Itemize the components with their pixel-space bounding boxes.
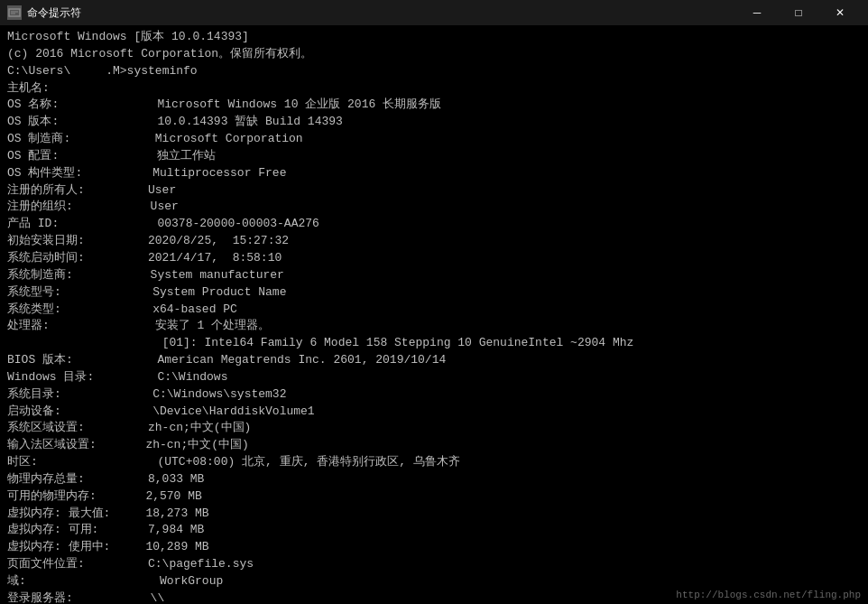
console-output: Microsoft Windows [版本 10.0.14393](c) 201… (0, 25, 868, 604)
console-line: OS 构件类型: Multiprocessor Free (7, 165, 861, 182)
window-title: 命令提示符 (27, 5, 736, 21)
window-icon (7, 5, 22, 20)
console-line: 域: WorkGroup (7, 573, 861, 590)
console-line: OS 配置: 独立工作站 (7, 148, 861, 165)
console-line: 处理器: 安装了 1 个处理器。 (7, 318, 861, 335)
console-line: 系统型号: System Product Name (7, 284, 861, 302)
console-line: OS 名称: Microsoft Windows 10 企业版 2016 长期服… (7, 97, 861, 114)
console-line: 系统类型: x64-based PC (7, 302, 861, 319)
console-line: OS 制造商: Microsoft Corporation (7, 131, 861, 148)
console-line: C:\Users\ .M>systeminfo (7, 63, 861, 80)
title-bar: 命令提示符 ─ □ ✕ (0, 0, 868, 25)
console-line: 产品 ID: 00378-20000-00003-AA276 (7, 216, 861, 233)
cmd-window: 命令提示符 ─ □ ✕ Microsoft Windows [版本 10.0.1… (0, 0, 868, 604)
console-line: Microsoft Windows [版本 10.0.14393] (7, 29, 861, 46)
console-line: 物理内存总量: 8,033 MB (7, 471, 861, 488)
console-line: (c) 2016 Microsoft Corporation。保留所有权利。 (7, 46, 861, 63)
console-line: 可用的物理内存: 2,570 MB (7, 488, 861, 506)
console-line: 虚拟内存: 最大值: 18,273 MB (7, 506, 861, 523)
svg-rect-0 (9, 9, 20, 16)
console-line: 系统启动时间: 2021/4/17, 8:58:10 (7, 250, 861, 267)
console-line: 页面文件位置: C:\pagefile.sys (7, 556, 861, 573)
watermark: http://blogs.csdn.net/fling.php (676, 590, 861, 600)
console-line: 输入法区域设置: zh-cn;中文(中国) (7, 437, 861, 454)
console-line: 初始安装日期: 2020/8/25, 15:27:32 (7, 233, 861, 250)
console-line: 注册的组织: User (7, 199, 861, 216)
console-line: [01]: Intel64 Family 6 Model 158 Steppin… (7, 335, 861, 352)
console-line: 虚拟内存: 使用中: 10,289 MB (7, 539, 861, 556)
console-line: 系统区域设置: zh-cn;中文(中国) (7, 420, 861, 437)
close-button[interactable]: ✕ (819, 0, 861, 25)
console-line: 系统制造商: System manufacturer (7, 267, 861, 284)
console-line: 启动设备: \Device\HarddiskVolume1 (7, 404, 861, 421)
maximize-button[interactable]: □ (778, 0, 819, 25)
console-line: OS 版本: 10.0.14393 暂缺 Build 14393 (7, 114, 861, 131)
console-line: 时区: (UTC+08:00) 北京, 重庆, 香港特别行政区, 乌鲁木齐 (7, 454, 861, 471)
console-line: 系统目录: C:\Windows\system32 (7, 386, 861, 404)
minimize-button[interactable]: ─ (736, 0, 778, 25)
console-line: 主机名: (7, 80, 861, 98)
console-line: Windows 目录: C:\Windows (7, 369, 861, 386)
console-line: 虚拟内存: 可用: 7,984 MB (7, 522, 861, 539)
console-line: BIOS 版本: American Megatrends Inc. 2601, … (7, 352, 861, 369)
window-controls: ─ □ ✕ (736, 0, 861, 25)
console-line: 注册的所有人: User (7, 182, 861, 200)
